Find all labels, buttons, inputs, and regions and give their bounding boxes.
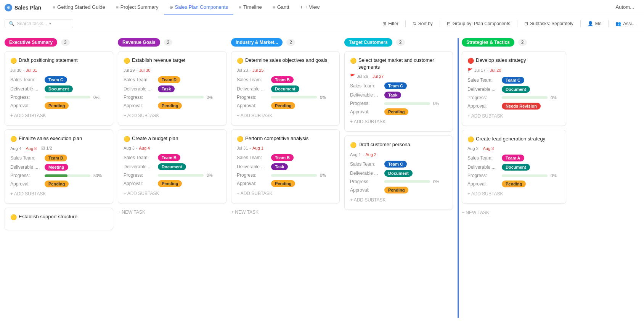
field-label-progress-select-target: Progress: [350,101,384,106]
tab-getting-started[interactable]: ≡ Getting Started Guide [47,0,111,15]
toolbar-separator-5 [608,20,609,27]
deliverable-badge-finalize-sales[interactable]: Meeting [45,164,68,171]
field-label-approval-determine-sales: Approval: [237,103,271,108]
card-perform-competitive: 🟡Perform competitive analysisJul 31 - Au… [231,129,340,204]
add-subtask-create-budget[interactable]: + ADD SUBTASK [124,189,221,198]
deliverable-badge-establish-revenue[interactable]: Task [158,85,175,92]
field-sales-team-develop-sales-strategy: Sales Team:Team C [467,77,560,84]
assignees-button[interactable]: 👥 Assi... [612,19,639,28]
deliverable-badge-draft-positioning[interactable]: Document [45,85,73,92]
add-subtask-finalize-sales[interactable]: + ADD SUBTASK [10,190,108,198]
approval-badge-select-target[interactable]: Pending [384,108,408,115]
sales-team-badge-draft-positioning[interactable]: Team C [45,76,67,83]
subtasks-button[interactable]: ⊡ Subtasks: Separately [520,19,577,28]
card-dates-establish-revenue: Jul 29 - Jul 30 [124,68,221,73]
add-subtask-develop-sales-strategy[interactable]: + ADD SUBTASK [467,112,560,120]
field-label-approval-develop-sales-strategy: Approval: [467,103,502,109]
field-approval-finalize-sales: Approval:Pending [10,181,108,187]
app-logo: ⊙ Sales Plan [5,4,41,11]
progress-bar-establish-revenue [158,96,204,98]
tab-gantt[interactable]: ≡ Gantt [267,0,295,15]
col-label-strategies-tactics[interactable]: Strategies & Tactics [462,38,514,47]
add-subtask-establish-revenue[interactable]: + ADD SUBTASK [124,111,221,120]
field-label-sales-team-draft-positioning: Sales Team: [10,77,45,82]
tab-sales-plan-components-label: Sales Plan Components [175,4,228,10]
sales-team-badge-create-budget[interactable]: Team B [158,154,180,161]
deliverable-badge-determine-sales[interactable]: Document [271,85,299,92]
field-progress-draft-positioning: Progress:0% [10,95,108,100]
status-icon-perform-competitive: 🟡 [237,135,243,143]
add-subtask-draft-customer[interactable]: + ADD SUBTASK [350,196,447,204]
field-label-approval-select-target: Approval: [350,109,384,114]
tab-view-label: + View [305,4,320,10]
sales-team-badge-determine-sales[interactable]: Team B [271,76,294,83]
field-label-deliverable-develop-sales-strategy: Deliverable ... [467,87,502,92]
date-sep-determine-sales: - [249,68,251,73]
date-sep-create-budget: - [136,146,138,150]
group-by-button[interactable]: ⊟ Group by: Plan Components [443,19,514,28]
sales-team-badge-create-lead-generation[interactable]: Team A [502,155,524,161]
me-button[interactable]: 👤 Me [584,19,605,28]
new-task-industry-market[interactable]: + NEW TASK [231,207,340,217]
approval-badge-draft-customer[interactable]: Pending [384,187,408,193]
deliverable-badge-develop-sales-strategy[interactable]: Document [502,86,530,93]
sales-team-badge-perform-competitive[interactable]: Team B [271,154,294,161]
field-sales-team-establish-revenue: Sales Team:Team D [124,76,221,83]
approval-badge-develop-sales-strategy[interactable]: Needs Revision [502,103,541,110]
col-header-industry-market: Industry & Market...2 [231,38,340,47]
deliverable-badge-create-lead-generation[interactable]: Document [502,164,530,171]
top-nav: ⊙ Sales Plan ≡ Getting Started Guide ≡ P… [0,0,644,15]
add-subtask-determine-sales[interactable]: + ADD SUBTASK [237,111,334,120]
deliverable-badge-select-target[interactable]: Task [384,92,401,98]
add-subtask-draft-positioning[interactable]: + ADD SUBTASK [10,111,108,120]
approval-badge-create-lead-generation[interactable]: Pending [502,181,526,187]
field-label-approval-create-budget: Approval: [124,181,158,186]
tab-sales-plan-components[interactable]: ⊕ Sales Plan Components [164,0,233,15]
tab-project-summary[interactable]: ≡ Project Summary [111,0,164,15]
tab-gantt-label: Gantt [277,4,289,10]
sort-by-button[interactable]: ⇅ Sort by [409,19,437,28]
approval-badge-draft-positioning[interactable]: Pending [45,102,69,109]
deliverable-badge-perform-competitive[interactable]: Task [271,163,288,170]
add-subtask-perform-competitive[interactable]: + ADD SUBTASK [237,189,334,198]
progress-bar-create-budget [158,174,204,177]
col-label-executive-summary[interactable]: Executive Summary [5,38,57,47]
col-label-industry-market[interactable]: Industry & Market... [231,38,283,47]
deliverable-badge-draft-customer[interactable]: Document [384,170,413,177]
card-title-establish-support: 🟡Establish support structure [10,213,108,221]
col-label-target-customers[interactable]: Target Customers [344,38,392,47]
field-label-approval-draft-positioning: Approval: [10,103,45,108]
date-end-develop-sales-strategy: Jul 20 [490,68,501,73]
approval-badge-create-budget[interactable]: Pending [158,180,182,187]
approval-badge-establish-revenue[interactable]: Pending [158,102,182,109]
checkbox-count-finalize-sales: ☑ 1/2 [41,146,52,151]
sales-team-badge-finalize-sales[interactable]: Team D [45,155,67,161]
date-start-determine-sales: Jul 23 [237,68,248,73]
new-task-revenue-goals[interactable]: + NEW TASK [118,207,226,217]
status-icon-create-lead-generation: 🟡 [467,136,474,143]
progress-bar-wrap-establish-revenue: 0% [158,95,213,100]
tab-view[interactable]: + + View [295,0,325,15]
sales-team-badge-develop-sales-strategy[interactable]: Team C [502,77,524,84]
filter-button[interactable]: ⊞ Filter [379,19,402,28]
add-subtask-create-lead-generation[interactable]: + ADD SUBTASK [467,190,560,198]
sales-team-badge-establish-revenue[interactable]: Team D [158,76,180,83]
deliverable-badge-create-budget[interactable]: Document [158,163,186,170]
tab-timeline[interactable]: ≡ Timeline [233,0,267,15]
sales-team-badge-select-target[interactable]: Team C [384,82,407,89]
autom-button[interactable]: Autom... [610,0,639,15]
approval-badge-perform-competitive[interactable]: Pending [271,180,295,187]
add-subtask-select-target[interactable]: + ADD SUBTASK [350,118,447,126]
field-label-deliverable-establish-revenue: Deliverable ... [124,86,158,92]
field-approval-draft-customer: Approval:Pending [350,187,447,193]
new-task-strategies-tactics[interactable]: + NEW TASK [462,208,566,218]
search-box[interactable]: 🔍 Search tasks... ▾ [5,19,73,28]
col-label-revenue-goals[interactable]: Revenue Goals [118,38,160,47]
field-approval-establish-revenue: Approval:Pending [124,102,221,109]
field-label-sales-team-create-budget: Sales Team: [124,155,158,160]
approval-badge-finalize-sales[interactable]: Pending [45,181,69,187]
approval-badge-determine-sales[interactable]: Pending [271,102,295,109]
date-end-draft-customer: Aug 2 [365,152,376,157]
sales-team-badge-draft-customer[interactable]: Team C [384,161,407,168]
progress-bar-perform-competitive [271,174,317,177]
